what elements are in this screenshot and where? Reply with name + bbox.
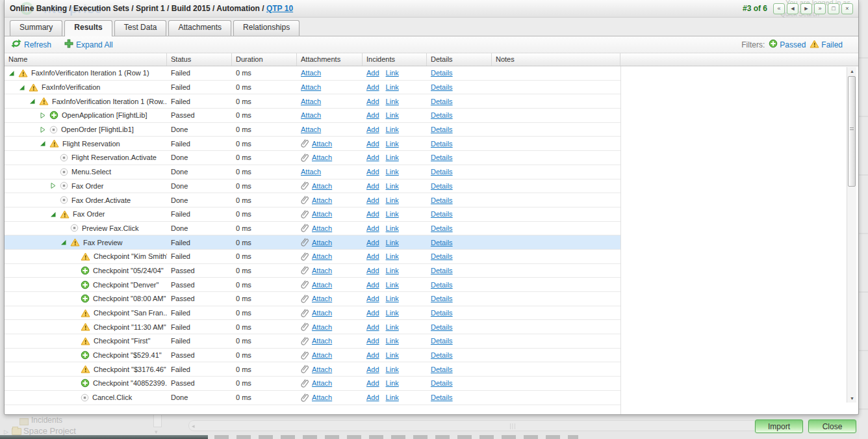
add-incident-link[interactable]: Add — [366, 111, 379, 119]
column-header-attachments[interactable]: Attachments — [297, 53, 363, 66]
vertical-scrollbar[interactable]: ▲ ▼ — [847, 67, 856, 403]
link-incident-link[interactable]: Link — [386, 379, 399, 387]
tree-collapse-icon[interactable] — [39, 140, 47, 147]
table-row[interactable]: OpenOrder [FlightLib1]Done0 msAttachAddL… — [5, 123, 620, 137]
link-incident-link[interactable]: Link — [386, 153, 399, 161]
add-incident-link[interactable]: Add — [366, 126, 379, 133]
attach-link[interactable]: Attach — [312, 196, 332, 204]
add-incident-link[interactable]: Add — [366, 196, 379, 204]
table-row[interactable]: Checkpoint "$3176.46"Failed0 msAttachAdd… — [5, 362, 620, 377]
table-row[interactable]: FaxInfoVerificationFailed0 msAttachAddLi… — [5, 81, 620, 95]
column-header-incidents[interactable]: Incidents — [363, 53, 427, 66]
tree-expand-icon[interactable] — [39, 112, 47, 119]
next-button[interactable]: ► — [800, 3, 812, 14]
attach-link[interactable]: Attach — [312, 309, 332, 317]
table-row[interactable]: Checkpoint "40852399...Passed0 msAttachA… — [5, 377, 620, 391]
details-link[interactable]: Details — [431, 98, 453, 105]
table-row[interactable]: Checkpoint "Denver"Passed0 msAttachAddLi… — [5, 278, 620, 292]
link-incident-link[interactable]: Link — [386, 337, 399, 345]
table-row[interactable]: Menu.SelectDone0 msAttachAddLinkDetails — [5, 165, 620, 180]
add-incident-link[interactable]: Add — [366, 168, 379, 176]
details-link[interactable]: Details — [431, 224, 453, 232]
link-incident-link[interactable]: Link — [386, 239, 399, 246]
details-link[interactable]: Details — [431, 69, 453, 77]
add-incident-link[interactable]: Add — [366, 281, 379, 289]
attach-link[interactable]: Attach — [301, 98, 321, 105]
scroll-down-icon[interactable]: ▼ — [848, 394, 856, 403]
link-incident-link[interactable]: Link — [386, 168, 399, 176]
first-button[interactable]: « — [773, 3, 785, 14]
details-link[interactable]: Details — [431, 337, 453, 345]
link-incident-link[interactable]: Link — [386, 140, 399, 148]
attach-link[interactable]: Attach — [312, 281, 332, 289]
tree-expand-icon[interactable] — [39, 126, 47, 133]
add-incident-link[interactable]: Add — [366, 140, 379, 148]
add-incident-link[interactable]: Add — [366, 323, 379, 331]
table-row[interactable]: OpenApplication [FlightLib]Passed0 msAtt… — [5, 109, 620, 123]
table-row[interactable]: Checkpoint "First"Failed0 msAttachAddLin… — [5, 334, 620, 349]
table-row[interactable]: Checkpoint "Kim Smith"Failed0 msAttachAd… — [5, 250, 620, 264]
table-row[interactable]: Checkpoint "11:30 AM"Failed0 msAttachAdd… — [5, 320, 620, 334]
attach-link[interactable]: Attach — [312, 252, 332, 260]
attach-link[interactable]: Attach — [301, 111, 321, 119]
details-link[interactable]: Details — [431, 323, 453, 331]
expand-all-button[interactable]: Expand All — [64, 39, 113, 50]
link-incident-link[interactable]: Link — [386, 98, 399, 105]
last-button[interactable]: » — [814, 3, 826, 14]
add-incident-link[interactable]: Add — [366, 393, 379, 401]
maximize-button[interactable]: □ — [828, 3, 839, 14]
link-incident-link[interactable]: Link — [386, 224, 399, 232]
table-row[interactable]: Preview Fax.ClickDone0 msAttachAddLinkDe… — [5, 222, 620, 236]
attach-link[interactable]: Attach — [312, 182, 332, 190]
tree-collapse-icon[interactable] — [8, 70, 16, 77]
attach-link[interactable]: Attach — [312, 337, 332, 345]
tree-collapse-icon[interactable] — [29, 98, 37, 105]
column-header-duration[interactable]: Duration — [232, 53, 297, 66]
link-incident-link[interactable]: Link — [386, 295, 399, 302]
add-incident-link[interactable]: Add — [366, 379, 379, 387]
details-link[interactable]: Details — [431, 393, 453, 401]
table-row[interactable]: Flight Reservation.ActivateDone0 msAttac… — [5, 151, 620, 165]
add-incident-link[interactable]: Add — [366, 239, 379, 246]
add-incident-link[interactable]: Add — [366, 366, 379, 373]
tab-test-data[interactable]: Test Data — [114, 20, 167, 36]
details-link[interactable]: Details — [431, 210, 453, 218]
link-incident-link[interactable]: Link — [386, 182, 399, 190]
details-link[interactable]: Details — [431, 168, 453, 176]
table-row[interactable]: FaxInfoVerification Iteration 1 (Row...F… — [5, 94, 620, 109]
column-header-notes[interactable]: Notes — [492, 53, 620, 66]
attach-link[interactable]: Attach — [312, 224, 332, 232]
details-link[interactable]: Details — [431, 252, 453, 260]
table-row[interactable]: Fax PreviewFailed0 msAttachAddLinkDetail… — [5, 235, 620, 250]
column-header-details[interactable]: Details — [427, 53, 492, 66]
link-incident-link[interactable]: Link — [386, 309, 399, 317]
link-incident-link[interactable]: Link — [386, 126, 399, 133]
link-incident-link[interactable]: Link — [386, 323, 399, 331]
add-incident-link[interactable]: Add — [366, 337, 379, 345]
add-incident-link[interactable]: Add — [366, 351, 379, 359]
link-incident-link[interactable]: Link — [386, 69, 399, 77]
add-incident-link[interactable]: Add — [366, 295, 379, 302]
details-link[interactable]: Details — [431, 126, 453, 133]
details-link[interactable]: Details — [431, 351, 453, 359]
link-incident-link[interactable]: Link — [386, 366, 399, 373]
refresh-button[interactable]: Refresh — [11, 39, 51, 50]
prev-button[interactable]: ◄ — [787, 3, 798, 14]
details-link[interactable]: Details — [431, 309, 453, 317]
add-incident-link[interactable]: Add — [366, 153, 379, 161]
tab-relationships[interactable]: Relationships — [233, 20, 300, 36]
table-row[interactable]: Fax OrderFailed0 msAttachAddLinkDetails — [5, 207, 620, 222]
tree-collapse-icon[interactable] — [49, 211, 58, 218]
attach-link[interactable]: Attach — [312, 295, 332, 302]
tab-attachments[interactable]: Attachments — [168, 20, 231, 36]
attach-link[interactable]: Attach — [312, 351, 332, 359]
add-incident-link[interactable]: Add — [366, 309, 379, 317]
link-incident-link[interactable]: Link — [386, 351, 399, 359]
link-incident-link[interactable]: Link — [386, 111, 399, 119]
table-row[interactable]: Checkpoint "$529.41"Passed0 msAttachAddL… — [5, 349, 620, 363]
add-incident-link[interactable]: Add — [366, 83, 379, 91]
table-row[interactable]: Fax Order.ActivateDone0 msAttachAddLinkD… — [5, 193, 620, 207]
column-header-status[interactable]: Status — [167, 53, 232, 66]
tree-expand-icon[interactable] — [49, 182, 58, 189]
details-link[interactable]: Details — [431, 140, 453, 148]
